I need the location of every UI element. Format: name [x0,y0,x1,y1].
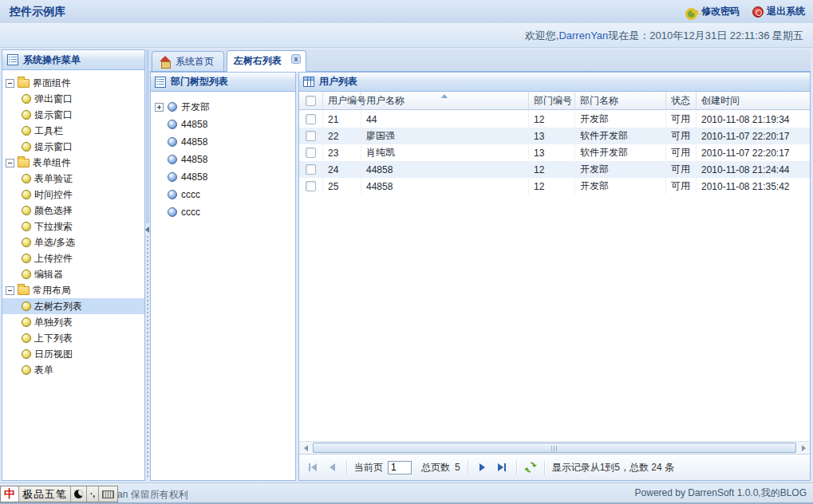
last-page-button[interactable] [495,460,509,474]
ime-name-button[interactable]: 极品五笔 [19,486,71,502]
sidebar-item-calendar-view[interactable]: 日历视图 [2,346,144,362]
tree-node[interactable]: 44858 [151,168,295,186]
sidebar-group-form[interactable]: 表单组件 [2,155,144,171]
ime-punctuation-button[interactable]: ·, [87,486,99,502]
sidebar-item-editor[interactable]: 编辑器 [2,266,144,282]
collapse-toggle-icon[interactable] [6,159,14,167]
sidebar-item-top-bottom-grid[interactable]: 上下列表 [2,330,144,346]
welcome-bar: 欢迎您,DarrenYan 现在是：2010年12月31日 22:11:36 星… [0,24,813,48]
username: DarrenYan [558,30,608,41]
splitter-grip[interactable] [147,236,148,478]
horizontal-scrollbar[interactable] [299,441,810,454]
column-header-dept-name[interactable]: 部门名称 [575,92,666,109]
column-header-user-name[interactable]: 用户名称 [361,92,529,109]
expand-toggle-icon[interactable] [155,103,164,112]
sidebar-item-color-picker[interactable]: 颜色选择 [2,203,144,219]
row-checkbox[interactable] [306,114,316,124]
column-header-status[interactable]: 状态 [666,92,697,109]
department-tree: 开发部 44858 44858 44858 44858 [151,92,295,221]
sidebar-item-tree-grid[interactable]: 左树右列表 [2,298,144,314]
table-row[interactable]: 21 44 12 开发部 可用 2010-11-08 21:19:34 [299,111,810,128]
header-links: 修改密码 退出系统 [685,5,813,18]
close-icon[interactable]: x [291,54,301,64]
sort-asc-icon [441,94,448,98]
prev-page-button[interactable] [325,460,339,474]
cell-user-id: 25 [323,178,361,195]
blue-ball-icon [168,137,177,147]
cell-created: 2010-11-08 21:24:44 [697,161,810,178]
table-row[interactable]: 25 44858 12 开发部 可用 2010-11-08 21:35:42 [299,178,810,195]
folder-icon [18,79,30,88]
cell-created: 2010-11-08 21:35:42 [697,178,810,195]
sidebar-item-form[interactable]: 表单 [2,362,144,378]
scrollbar-thumb[interactable] [313,443,796,453]
cell-status: 可用 [666,144,697,161]
table-row[interactable]: 23 肖纯凯 13 软件开发部 可用 2010-11-07 22:20:17 [299,144,810,161]
app-header: 控件示例库 修改密码 退出系统 [0,0,813,24]
grid-body: 21 44 12 开发部 可用 2010-11-08 21:19:34 22 廖… [299,111,810,441]
sidebar-item-toolbar[interactable]: 工具栏 [2,123,144,139]
logout-button[interactable]: 退出系统 [752,5,805,18]
select-all-header[interactable] [299,92,323,109]
yellow-ball-icon [22,238,31,247]
sidebar-group-ui[interactable]: 界面组件 [2,75,144,91]
yellow-ball-icon [22,270,31,279]
item-label: 时间控件 [34,188,73,202]
tree-node[interactable]: 44858 [151,116,295,133]
ime-language-button[interactable]: 中 [1,486,19,502]
first-page-button[interactable] [306,460,320,474]
yellow-ball-icon [22,110,31,120]
sidebar-item-popup-window[interactable]: 弹出窗口 [2,91,144,107]
current-page-input[interactable] [388,461,412,474]
tree-node-root[interactable]: 开发部 [151,98,295,116]
sidebar-item-form-validate[interactable]: 表单验证 [2,171,144,187]
cell-created: 2010-11-08 21:19:34 [697,111,810,128]
row-checkbox[interactable] [306,181,316,191]
scroll-right-icon[interactable] [797,442,810,454]
change-password-button[interactable]: 修改密码 [685,5,740,18]
home-icon [159,56,172,68]
table-row[interactable]: 24 44858 12 开发部 可用 2010-11-08 21:24:44 [299,161,810,178]
next-page-button[interactable] [476,460,490,474]
splitter-bar[interactable] [146,49,149,223]
column-header-dept-id[interactable]: 部门编号 [529,92,575,109]
collapse-toggle-icon[interactable] [6,286,14,295]
yellow-ball-icon [22,190,31,199]
table-row[interactable]: 22 廖国强 13 软件开发部 可用 2010-11-07 22:20:17 [299,128,810,144]
ime-fullhalf-button[interactable] [71,486,87,502]
item-label: 颜色选择 [34,204,73,218]
collapse-toggle-icon[interactable] [6,79,14,88]
scroll-left-icon[interactable] [299,442,312,454]
tab-tree-grid[interactable]: 左树右列表 x [227,50,306,72]
tab-home[interactable]: 系统首页 [152,51,224,71]
sidebar-group-layout[interactable]: 常用布局 [2,282,144,298]
tree-node[interactable]: cccc [151,203,295,221]
ime-toolbar[interactable]: 中 极品五笔 ·, [0,486,118,502]
refresh-icon[interactable] [524,461,537,474]
ime-softkeyboard-button[interactable] [99,486,117,502]
blue-ball-icon [168,102,177,112]
sidebar-item-tip-window2[interactable]: 提示窗口 [2,139,144,155]
cell-user-name: 肖纯凯 [361,144,529,161]
tree-node[interactable]: 44858 [151,133,295,151]
item-label: 上下列表 [34,332,73,345]
sidebar-item-single-grid[interactable]: 单独列表 [2,314,144,330]
row-checkbox[interactable] [306,164,316,175]
total-pages-label: 总页数 [421,461,450,474]
sidebar-item-upload[interactable]: 上传控件 [2,250,144,266]
sidebar-item-tip-window[interactable]: 提示窗口 [2,107,144,123]
sidebar-item-time-control[interactable]: 时间控件 [2,187,144,203]
tree-node[interactable]: cccc [151,186,295,203]
sidebar-item-combo-search[interactable]: 下拉搜索 [2,219,144,234]
tab-label: 左树右列表 [234,54,282,68]
item-label: 提示窗口 [34,140,73,154]
row-checkbox[interactable] [306,148,316,158]
row-checkbox[interactable] [306,131,316,141]
column-header-user-id[interactable]: 用户编号 [323,92,361,109]
select-all-checkbox[interactable] [306,96,316,106]
tree-node[interactable]: 44858 [151,151,295,168]
column-header-created[interactable]: 创建时间 [697,92,811,109]
sidebar-item-radio-check[interactable]: 单选/多选 [2,234,144,250]
collapse-arrow-icon[interactable] [145,226,149,233]
cell-status: 可用 [666,128,697,144]
